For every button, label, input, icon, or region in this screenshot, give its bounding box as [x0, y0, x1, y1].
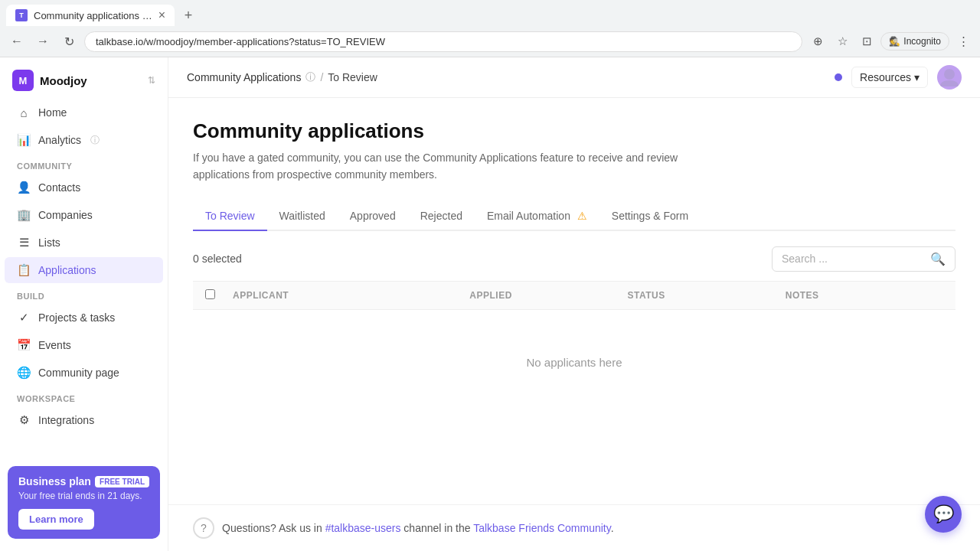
- analytics-info-icon: ⓘ: [90, 134, 100, 147]
- brand-name: Moodjoy: [40, 74, 87, 87]
- table-controls: 0 selected 🔍: [193, 246, 956, 272]
- header-right: Resources ▾: [835, 65, 962, 90]
- sidebar-item-integrations-label: Integrations: [38, 414, 94, 426]
- tab-close-button[interactable]: ×: [158, 9, 165, 21]
- search-box[interactable]: 🔍: [772, 246, 956, 272]
- tab-settings-form-label: Settings & Form: [612, 210, 688, 222]
- forward-button[interactable]: →: [32, 31, 54, 52]
- tab-settings-form[interactable]: Settings & Form: [599, 202, 701, 231]
- app-container: M Moodjoy ⇅ ⌂ Home 📊 Analytics ⓘ COMMUNI…: [0, 57, 980, 551]
- sidebar-item-projects-label: Projects & tasks: [38, 311, 115, 324]
- tab-approved[interactable]: Approved: [338, 202, 408, 231]
- page-body: Community applications If you have a gat…: [168, 98, 980, 504]
- community-page-icon: 🌐: [17, 366, 31, 380]
- empty-state: No applicants here: [193, 310, 956, 415]
- footer-middle: channel in the: [400, 522, 473, 534]
- breadcrumb-parent-link[interactable]: Community Applications: [187, 71, 301, 83]
- tab-email-automation-label: Email Automation: [487, 210, 570, 222]
- sidebar-item-integrations[interactable]: ⚙ Integrations: [5, 407, 163, 433]
- analytics-icon: 📊: [17, 133, 31, 147]
- companies-icon: 🏢: [17, 208, 31, 222]
- empty-state-message: No applicants here: [526, 356, 622, 369]
- learn-more-button[interactable]: Learn more: [18, 509, 94, 530]
- lists-icon: ☰: [17, 236, 31, 249]
- brand-logo: M: [12, 70, 34, 91]
- question-icon: ?: [193, 517, 214, 539]
- reload-button[interactable]: ↻: [58, 31, 80, 52]
- chevron-down-icon: ▾: [914, 71, 920, 83]
- tab-waitlisted-label: Waitlisted: [279, 210, 325, 222]
- sidebar-item-companies-label: Companies: [38, 209, 93, 221]
- tab-waitlisted[interactable]: Waitlisted: [267, 202, 338, 231]
- address-bar[interactable]: talkbase.io/w/moodjoy/member-application…: [84, 31, 802, 52]
- sidebar-item-analytics-label: Analytics: [38, 134, 81, 146]
- incognito-icon: 🕵: [889, 36, 900, 47]
- tab-to-review[interactable]: To Review: [193, 202, 267, 231]
- select-all-checkbox[interactable]: [205, 289, 224, 302]
- back-button[interactable]: ←: [6, 31, 28, 52]
- browser-titlebar: T Community applications | Talkb… × +: [0, 0, 980, 26]
- incognito-label: Incognito: [903, 36, 941, 47]
- menu-button[interactable]: ⋮: [952, 31, 974, 52]
- integrations-icon: ⚙: [17, 413, 31, 427]
- sidebar-item-lists[interactable]: ☰ Lists: [5, 230, 163, 256]
- plan-badge: FREE TRIAL: [95, 476, 149, 487]
- page-description: If you have a gated community, you can u…: [193, 149, 714, 184]
- bookmark-icon[interactable]: ☆: [831, 31, 853, 52]
- sidebar-item-projects[interactable]: ✓ Projects & tasks: [5, 305, 163, 331]
- main-content: Community Applications ⓘ / To Review Res…: [168, 57, 980, 551]
- contacts-icon: 👤: [17, 181, 31, 194]
- col-applied-header: APPLIED: [469, 290, 627, 301]
- search-input[interactable]: [782, 253, 924, 265]
- workspace-section-label: WORKSPACE: [0, 386, 168, 406]
- plan-header: Business plan FREE TRIAL: [18, 475, 149, 487]
- sidebar-item-home-label: Home: [38, 106, 67, 119]
- new-tab-button[interactable]: +: [178, 5, 199, 26]
- search-icon[interactable]: 🔍: [930, 252, 946, 266]
- sidebar-item-events[interactable]: 📅 Events: [5, 332, 163, 358]
- resources-label: Resources: [860, 71, 911, 83]
- applications-icon: 📋: [17, 263, 31, 277]
- footer-link-community[interactable]: Talkbase Friends Community: [473, 522, 610, 534]
- incognito-button[interactable]: 🕵 Incognito: [880, 32, 949, 51]
- sidebar-item-home[interactable]: ⌂ Home: [5, 99, 163, 126]
- select-all-input[interactable]: [205, 289, 215, 299]
- sidebar-bottom: Business plan FREE TRIAL Your free trial…: [0, 458, 168, 543]
- sidebar-item-companies[interactable]: 🏢 Companies: [5, 202, 163, 228]
- chat-fab-button[interactable]: 💬: [925, 496, 962, 533]
- tab-rejected[interactable]: Rejected: [408, 202, 475, 231]
- plan-name: Business plan: [18, 475, 91, 487]
- breadcrumb-info-icon[interactable]: ⓘ: [305, 70, 315, 84]
- browser-toolbar: ← → ↻ talkbase.io/w/moodjoy/member-appli…: [0, 26, 980, 57]
- build-section-label: BUILD: [0, 284, 168, 304]
- resources-button[interactable]: Resources ▾: [851, 67, 928, 88]
- sidebar-item-contacts[interactable]: 👤 Contacts: [5, 174, 163, 201]
- col-applicant-header: APPLICANT: [233, 290, 469, 301]
- sidebar-item-applications[interactable]: 📋 Applications: [5, 257, 163, 283]
- user-avatar[interactable]: [937, 65, 962, 90]
- sidebar-item-analytics[interactable]: 📊 Analytics ⓘ: [5, 127, 163, 153]
- page-footer: ? Questions? Ask us in #talkbase-users c…: [168, 504, 980, 551]
- footer-link-channel[interactable]: #talkbase-users: [325, 522, 401, 534]
- tab-approved-label: Approved: [350, 210, 396, 222]
- sidebar-header: M Moodjoy ⇅: [0, 57, 168, 99]
- footer-suffix: .: [611, 522, 614, 534]
- footer-text: Questions? Ask us in #talkbase-users cha…: [222, 522, 614, 534]
- home-icon: ⌂: [17, 106, 31, 119]
- extension-icon[interactable]: ⊕: [807, 31, 828, 52]
- profile-icon[interactable]: ⊡: [856, 31, 877, 52]
- sidebar-item-events-label: Events: [38, 339, 71, 351]
- tab-email-automation[interactable]: Email Automation ⚠: [475, 202, 599, 231]
- tabs-bar: To Review Waitlisted Approved Rejected E…: [193, 202, 956, 231]
- table-header-row: APPLICANT APPLIED STATUS NOTES: [193, 281, 956, 310]
- sidebar-item-community-page[interactable]: 🌐 Community page: [5, 360, 163, 386]
- sidebar-item-lists-label: Lists: [38, 236, 60, 249]
- footer-prefix: Questions? Ask us in: [222, 522, 325, 534]
- sidebar-brand[interactable]: M Moodjoy: [12, 70, 87, 91]
- community-section-label: COMMUNITY: [0, 154, 168, 174]
- status-dot: [835, 73, 842, 81]
- browser-tab[interactable]: T Community applications | Talkb… ×: [6, 5, 175, 26]
- breadcrumb: Community Applications ⓘ / To Review: [187, 70, 377, 84]
- tab-rejected-label: Rejected: [420, 210, 462, 222]
- sidebar-toggle-icon[interactable]: ⇅: [148, 75, 155, 86]
